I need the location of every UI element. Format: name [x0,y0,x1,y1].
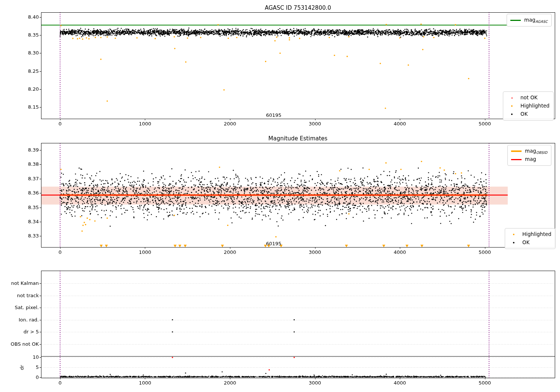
obsid-annotation-plot1: 60195 [266,112,281,118]
legend-plot1-markers: not OK Highlighted OK [503,91,554,121]
plot2-xtick-label: 2000 [217,249,243,255]
ok-dot-swatch-2 [508,242,519,243]
plot1-ytick-label: 8.30 [13,50,39,56]
plot2-ytick-label: 8.34 [13,219,39,224]
legend-label-mag2: mag [525,157,536,162]
legend-sub-agasc: AGASC [535,19,548,24]
not-ok-dot-swatch [507,97,517,99]
plot3-dr-tick-label: 0 [13,374,39,380]
plot3-category-label: dr > 5 [3,329,39,335]
plot1-xtick-label: 1000 [132,121,158,127]
plot2-xtick-label: 1000 [132,249,158,255]
legend-plot2-markers: Highlighted OK [505,228,556,249]
plot2-ytick-label: 8.36 [13,190,39,196]
obsid-annotation-plot2: 60195 [266,241,281,246]
plot2-ytick-label: 8.38 [13,161,39,167]
plot2-xtick-label: 0 [47,249,73,255]
legend-item-ok-2: OK [508,239,551,247]
plot3-category-label: Sat. pixel. [3,305,39,310]
legend-label-mag-obsid: mag [525,148,536,154]
figure: AGASC ID 753142800.0 Magnitude Estimates… [0,0,560,392]
plot2-title: Magnitude Estimates [41,135,555,142]
mag-obsid-line-swatch [511,150,522,152]
legend-item-mag: mag [511,155,547,164]
legend-label-not-ok: not OK [520,95,538,100]
legend-mag-obsid: magOBSID mag [507,145,551,166]
legend-label-ok: OK [520,112,528,117]
plot1-xtick-label: 3000 [302,121,328,127]
plot1-ytick-label: 8.20 [13,86,39,92]
legend-label-ok-2: OK [522,240,529,245]
plot2-xtick-label: 4000 [387,249,413,255]
plot3-category-label: OBS not OK [3,341,39,347]
legend-item-highlighted: Highlighted [507,102,550,110]
plot3-category-label: not track [3,293,39,298]
plot2-ytick-label: 8.35 [13,205,39,210]
plot1-xtick-label: 2000 [217,121,243,127]
legend-label-highlighted: Highlighted [520,103,550,109]
legend-sub-obsid: OBSID [536,150,547,155]
plot3-xtick-label: 0 [47,380,73,386]
legend-mag-agasc: magAGASC [507,14,552,27]
plot1-xtick-label: 0 [47,121,73,127]
highlighted-dot-swatch-2 [508,234,519,235]
chart-canvas [0,0,560,392]
plot3-category-label: Ion. rad. [3,317,39,323]
plot2-xtick-label: 5000 [472,249,498,255]
plot3-dr-tick-label: 5 [13,364,39,370]
legend-item-highlighted-2: Highlighted [508,230,551,239]
plot2-ytick-label: 8.37 [13,176,39,181]
legend-item-not-ok: not OK [507,94,550,102]
legend-item-mag-agasc: magAGASC [510,16,548,24]
legend-label-mag: mag [524,17,535,23]
plot1-xtick-label: 4000 [387,121,413,127]
plot1-ytick-label: 8.40 [13,14,39,20]
plot3-xtick-label: 4000 [387,380,413,386]
ok-dot-swatch [507,113,517,115]
plot1-ytick-label: 8.15 [13,104,39,110]
plot1-ytick-label: 8.25 [13,68,39,74]
plot1-title: AGASC ID 753142800.0 [41,4,555,11]
plot3-xtick-label: 3000 [302,380,328,386]
plot3-category-label: not Kalman [3,280,39,286]
plot2-xtick-label: 3000 [302,249,328,255]
plot1-xtick-label: 5000 [472,121,498,127]
plot3-xtick-label: 2000 [217,380,243,386]
plot2-ytick-label: 8.33 [13,233,39,239]
legend-item-mag-obsid: magOBSID [511,147,547,155]
highlighted-dot-swatch [507,105,517,107]
legend-label-highlighted-2: Highlighted [522,232,551,237]
legend-item-ok: OK [507,110,550,118]
mag-agasc-line-swatch [510,20,521,21]
plot3-dr-tick-label: 10 [13,354,39,360]
plot2-ytick-label: 8.39 [13,147,39,153]
plot1-ytick-label: 8.35 [13,32,39,38]
mag-line-swatch [511,159,522,160]
plot3-xtick-label: 1000 [132,380,158,386]
plot3-xtick-label: 5000 [472,380,498,386]
